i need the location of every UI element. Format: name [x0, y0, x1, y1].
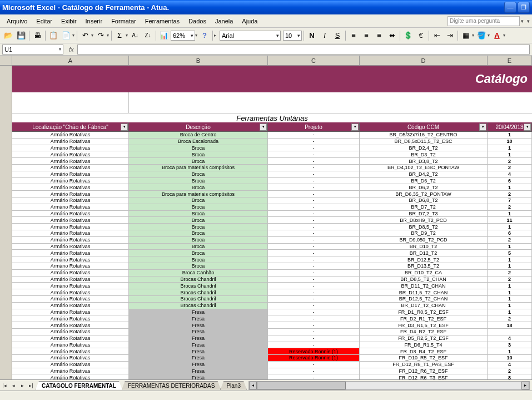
cell-projeto[interactable]: - [268, 322, 360, 329]
cell-qty[interactable]: 7 [488, 197, 532, 204]
filter-projeto-icon[interactable]: ▾ [351, 124, 359, 131]
cell-projeto[interactable]: Reservado Ronnie (1) [268, 348, 360, 355]
cell-localizacao[interactable]: Armário Rotativas [12, 204, 129, 211]
cell-descricao[interactable]: Broca para materiais compósitos [129, 165, 268, 171]
cell-qty[interactable]: 1 [488, 348, 532, 355]
cell-descricao[interactable]: Fresa [129, 309, 268, 316]
cell-codigo[interactable]: BR_D4,2_T2 [360, 171, 488, 178]
cell-descricao[interactable]: Fresa [129, 355, 268, 362]
cell-codigo[interactable]: FR_D4_R2_T2_ESF [360, 329, 488, 335]
cell-localizacao[interactable]: Armário Rotativas [12, 132, 129, 139]
cell-localizacao[interactable]: Armário Rotativas [12, 355, 129, 362]
cell-qty[interactable]: 1 [488, 289, 532, 296]
align-center-button[interactable]: ≡ [360, 29, 372, 42]
cell-projeto[interactable]: - [268, 303, 360, 309]
cell-qty[interactable]: 3 [488, 342, 532, 349]
fill-color-button[interactable]: 🪣 [475, 29, 488, 42]
cell-qty[interactable]: 2 [488, 165, 532, 171]
cell-descricao[interactable]: Broca [129, 158, 268, 165]
cell-localizacao[interactable]: Armário Rotativas [12, 250, 129, 256]
cell-descricao[interactable]: Broca Escalonada [129, 139, 268, 145]
cell-codigo[interactable]: BR_D4,102_T2_ESC_PONTAW [360, 165, 488, 171]
cell-localizacao[interactable]: Armário Rotativas [12, 335, 129, 342]
cell-codigo[interactable]: BR_D10_T2 [360, 244, 488, 250]
tab-next-icon[interactable]: ▸ [18, 381, 27, 390]
hscroll-thumb[interactable] [257, 382, 346, 389]
paste-dropdown-icon[interactable]: ▾ [72, 33, 74, 38]
filter-localizacao-icon[interactable]: ▾ [121, 124, 128, 131]
cell-projeto[interactable]: - [268, 368, 360, 375]
open-button[interactable]: 📂 [2, 29, 14, 42]
cell-descricao[interactable]: Brocas Chandril [129, 296, 268, 303]
cell-qty[interactable]: 5 [488, 250, 532, 256]
cell-qty[interactable]: 4 [488, 335, 532, 342]
toolbar-overflow-icon[interactable]: ▸ [214, 33, 216, 38]
cell-projeto[interactable]: - [268, 296, 360, 303]
cell-projeto[interactable]: - [268, 217, 360, 224]
cell-qty[interactable]: 2 [488, 368, 532, 375]
cell-projeto[interactable]: - [268, 132, 360, 139]
menu-ferramentas[interactable]: Ferramentas [141, 17, 184, 26]
cell-qty[interactable]: 1 [488, 303, 532, 309]
cell-projeto[interactable]: - [268, 283, 360, 289]
cell-qty[interactable]: 1 [488, 309, 532, 316]
cell-descricao[interactable]: Broca [129, 250, 268, 256]
cell-qty[interactable]: 1 [488, 211, 532, 218]
cell-localizacao[interactable]: Armário Rotativas [12, 315, 129, 322]
cell-descricao[interactable]: Broca de Centro [129, 132, 268, 139]
sort-desc-button[interactable]: Z↓ [142, 29, 154, 42]
cell-qty[interactable]: 1 [488, 296, 532, 303]
chart-button[interactable]: 📊 [158, 29, 170, 42]
cell-qty[interactable]: 2 [488, 204, 532, 211]
maximize-button[interactable]: ❐ [518, 2, 530, 13]
cell-codigo[interactable]: BR_D8,5_T2_CHAN [360, 276, 488, 283]
cell-codigo[interactable]: BR_D7,2_T3 [360, 211, 488, 218]
name-box[interactable]: U1 ▾ [2, 45, 63, 55]
filter-data-icon[interactable]: ▾ [524, 124, 531, 131]
cell-descricao[interactable]: Broca [129, 178, 268, 185]
cell-qty[interactable]: 6 [488, 178, 532, 185]
menu-exibir[interactable]: Exibir [57, 17, 81, 26]
cell-projeto[interactable]: - [268, 289, 360, 296]
cell-projeto[interactable]: Reservado Ronnie (1) [268, 355, 360, 362]
cell-qty[interactable]: 1 [488, 283, 532, 289]
cell-descricao[interactable]: Broca [129, 230, 268, 237]
cell-descricao[interactable]: Brocas Chandril [129, 303, 268, 309]
cell-qty[interactable]: 10 [488, 355, 532, 362]
cell-codigo[interactable]: FR_D1_R0,5_T2_ESF [360, 309, 488, 316]
cell-codigo[interactable]: BR_D12,5_T2 [360, 256, 488, 263]
euro-button[interactable]: € [415, 29, 427, 42]
cell-descricao[interactable]: Broca [129, 224, 268, 230]
cell-qty[interactable]: 11 [488, 217, 532, 224]
minimize-button[interactable]: — [504, 2, 516, 13]
copy-button[interactable]: 📋 [47, 29, 59, 42]
cell-localizacao[interactable]: Armário Rotativas [12, 276, 129, 283]
cell-qty[interactable]: 2 [488, 270, 532, 276]
cell-descricao[interactable]: Broca Canhão [129, 270, 268, 276]
cell-codigo[interactable]: FR_D8_R4_T2_ESF [360, 348, 488, 355]
cell-localizacao[interactable]: Armário Rotativas [12, 171, 129, 178]
cell-projeto[interactable]: - [268, 244, 360, 250]
horizontal-scrollbar[interactable]: ◂ ▸ [248, 381, 530, 390]
col-header-d[interactable]: D [360, 56, 488, 65]
cell-localizacao[interactable]: Armário Rotativas [12, 145, 129, 152]
cell-localizacao[interactable]: Armário Rotativas [12, 362, 129, 368]
cell-descricao[interactable]: Brocas Chandril [129, 276, 268, 283]
select-all-corner[interactable] [0, 56, 12, 65]
tab-prev-icon[interactable]: ◂ [9, 381, 18, 390]
menu-dados[interactable]: Dados [184, 17, 211, 26]
currency-button[interactable]: 💲 [402, 29, 414, 42]
cell-localizacao[interactable]: Armário Rotativas [12, 158, 129, 165]
cell-codigo[interactable]: BR_D9,050_T2_PCD [360, 237, 488, 244]
font-size-combo[interactable]: 10 [283, 31, 302, 41]
cell-localizacao[interactable]: Armário Rotativas [12, 342, 129, 349]
cell-localizacao[interactable]: Armário Rotativas [12, 283, 129, 289]
cell-projeto[interactable]: - [268, 191, 360, 197]
sort-asc-button[interactable]: A↓ [129, 29, 141, 42]
cell-descricao[interactable]: Fresa [129, 335, 268, 342]
cell-codigo[interactable]: FR_D10_R5_T2_ESF [360, 355, 488, 362]
cell-localizacao[interactable]: Armário Rotativas [12, 329, 129, 335]
font-combo[interactable]: Arial [220, 31, 281, 41]
fx-label[interactable]: fx [66, 46, 77, 53]
cell-descricao[interactable]: Brocas Chandril [129, 283, 268, 289]
